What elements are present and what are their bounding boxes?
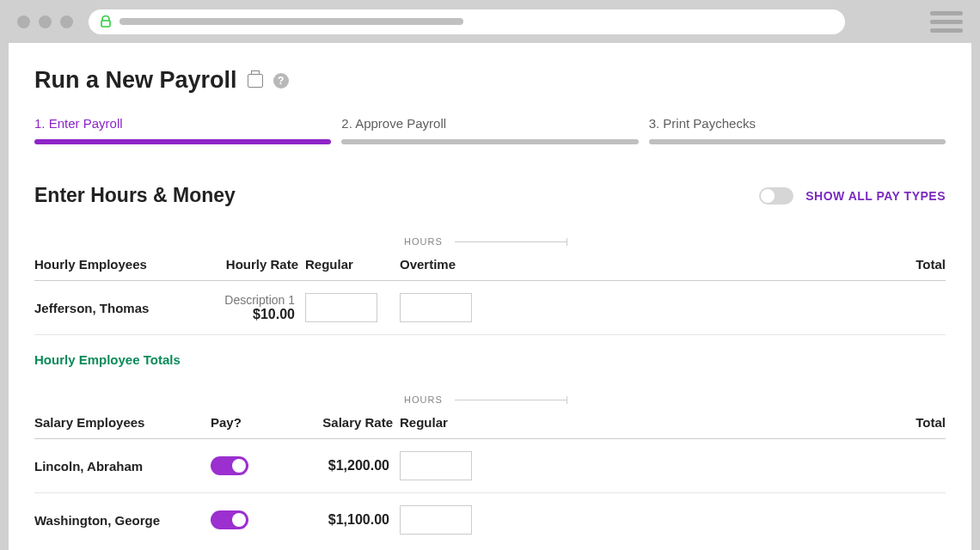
show-all-pay-types-toggle[interactable] xyxy=(759,187,793,205)
regular-hours-cell xyxy=(400,451,494,480)
pay-cell xyxy=(211,510,305,529)
help-icon[interactable]: ? xyxy=(273,73,289,89)
section-header: Enter Hours & Money SHOW ALL PAY TYPES xyxy=(34,184,946,207)
window-traffic-lights xyxy=(17,15,73,28)
step-progress-bar xyxy=(649,139,946,144)
url-placeholder xyxy=(119,18,463,25)
hours-divider-icon xyxy=(455,400,567,400)
stepper: 1. Enter Payroll 2. Approve Payroll 3. P… xyxy=(34,116,946,144)
salary-row: Lincoln, Abraham $1,200.00 xyxy=(34,439,946,493)
rate-cell: $1,200.00 xyxy=(305,458,400,474)
employee-name: Lincoln, Abraham xyxy=(34,459,211,474)
step-label: 1. Enter Payroll xyxy=(34,116,331,131)
rate-cell: $1,100.00 xyxy=(305,512,400,528)
hours-group-label: HOURS xyxy=(404,394,946,405)
step-label: 3. Print Paychecks xyxy=(649,116,946,131)
col-hourly-rate: Hourly Rate xyxy=(211,257,305,272)
col-overtime: Overtime xyxy=(400,257,494,272)
hours-label: HOURS xyxy=(404,236,443,247)
hours-label: HOURS xyxy=(404,394,443,405)
hourly-totals-link[interactable]: Hourly Employee Totals xyxy=(34,335,946,394)
rate-value: $10.00 xyxy=(253,307,295,321)
maximize-window-icon[interactable] xyxy=(60,15,73,28)
col-salary-employees: Salary Employees xyxy=(34,415,211,430)
hamburger-menu-icon[interactable] xyxy=(930,11,963,33)
step-print-paychecks[interactable]: 3. Print Paychecks xyxy=(649,116,946,144)
col-hourly-employees: Hourly Employees xyxy=(34,257,211,272)
show-all-pay-types-control: SHOW ALL PAY TYPES xyxy=(759,187,946,205)
regular-hours-input[interactable] xyxy=(400,505,472,535)
rate-value: $1,200.00 xyxy=(328,458,389,473)
section-title: Enter Hours & Money xyxy=(34,184,759,207)
page-title-row: Run a New Payroll ? xyxy=(34,67,946,94)
salary-table-head: Salary Employees Pay? Salary Rate Regula… xyxy=(34,415,946,439)
step-progress-bar xyxy=(34,139,331,144)
col-total: Total xyxy=(877,415,946,430)
overtime-hours-input[interactable] xyxy=(400,293,472,322)
salary-row: Washington, George $1,100.00 xyxy=(34,493,946,547)
calendar-icon[interactable] xyxy=(248,74,263,88)
show-all-pay-types-label: SHOW ALL PAY TYPES xyxy=(805,189,946,203)
address-bar[interactable] xyxy=(89,9,845,34)
step-label: 2. Approve Payroll xyxy=(341,116,638,131)
rate-cell: Description 1 $10.00 xyxy=(211,293,305,322)
regular-hours-input[interactable] xyxy=(305,293,377,322)
step-enter-payroll[interactable]: 1. Enter Payroll xyxy=(34,116,331,144)
step-progress-bar xyxy=(341,139,638,144)
employee-name: Jefferson, Thomas xyxy=(34,301,211,315)
rate-value: $1,100.00 xyxy=(328,512,389,527)
close-window-icon[interactable] xyxy=(17,15,30,28)
step-approve-payroll[interactable]: 2. Approve Payroll xyxy=(341,116,638,144)
hours-divider-icon xyxy=(455,241,567,242)
employee-name: Washington, George xyxy=(34,513,211,528)
lock-icon xyxy=(101,15,111,28)
svg-rect-0 xyxy=(101,21,110,27)
pay-toggle[interactable] xyxy=(211,456,248,475)
content-frame: Run a New Payroll ? 1. Enter Payroll 2. … xyxy=(9,43,971,550)
hours-group-label: HOURS xyxy=(404,236,946,247)
page-title: Run a New Payroll xyxy=(34,67,237,94)
col-regular: Regular xyxy=(400,415,494,430)
col-salary-rate: Salary Rate xyxy=(305,415,400,430)
regular-hours-input[interactable] xyxy=(400,451,472,480)
col-total: Total xyxy=(877,257,946,272)
pay-toggle[interactable] xyxy=(211,510,248,529)
browser-chrome xyxy=(0,0,980,43)
rate-description: Description 1 xyxy=(211,293,295,307)
col-pay: Pay? xyxy=(211,415,305,430)
col-regular: Regular xyxy=(305,257,400,272)
hourly-row: Jefferson, Thomas Description 1 $10.00 xyxy=(34,281,946,335)
regular-hours-cell xyxy=(400,505,494,535)
regular-hours-cell xyxy=(305,293,400,322)
overtime-hours-cell xyxy=(400,293,494,322)
minimize-window-icon[interactable] xyxy=(39,15,52,28)
pay-cell xyxy=(211,456,305,475)
hourly-table-head: Hourly Employees Hourly Rate Regular Ove… xyxy=(34,257,946,281)
